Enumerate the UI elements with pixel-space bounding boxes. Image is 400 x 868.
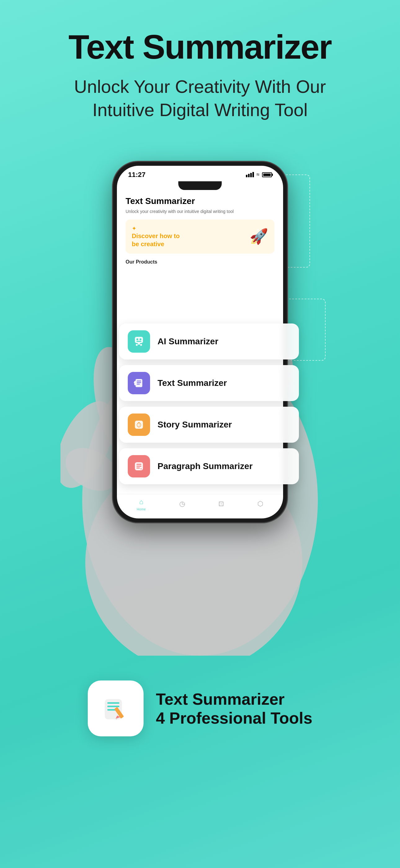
svg-rect-18 xyxy=(137,382,141,383)
app-icon-large xyxy=(88,681,143,736)
status-icons: ≈ xyxy=(246,172,272,178)
bottom-app-tagline: 4 Professional Tools xyxy=(156,709,312,727)
text-summarizer-icon xyxy=(128,372,150,394)
banner-text: Discover how tobe creative xyxy=(132,232,179,248)
nav-chat[interactable]: ⊡ xyxy=(218,500,224,509)
ai-summarizer-label: AI Summarizer xyxy=(158,337,218,346)
paragraph-summarizer-icon xyxy=(128,455,150,477)
svg-rect-19 xyxy=(137,384,140,385)
signal-icon xyxy=(246,172,254,177)
battery-icon xyxy=(262,172,272,177)
app-description: Unlock your creativity with our intuitiv… xyxy=(126,209,274,215)
banner-star: ✦ xyxy=(132,225,179,232)
settings-icon: ⬡ xyxy=(257,500,263,508)
svg-rect-16 xyxy=(135,379,142,387)
chat-icon: ⊡ xyxy=(218,500,224,508)
svg-rect-13 xyxy=(138,343,140,345)
header-section: Text Summarizer Unlock Your Creativity W… xyxy=(0,0,400,134)
svg-point-14 xyxy=(136,344,138,346)
product-card-story[interactable]: Story Summarizer xyxy=(119,407,299,443)
product-card-text[interactable]: Text Summarizer xyxy=(119,365,299,401)
svg-rect-9 xyxy=(135,337,143,343)
nav-settings[interactable]: ⬡ xyxy=(257,500,263,509)
svg-rect-24 xyxy=(136,464,141,465)
rocket-emoji: 🚀 xyxy=(249,228,268,245)
svg-rect-29 xyxy=(107,706,120,707)
nav-home-label: Home xyxy=(137,507,146,511)
ai-summarizer-icon xyxy=(128,330,150,353)
history-icon: ◷ xyxy=(179,500,185,508)
story-summarizer-icon xyxy=(128,413,150,436)
bottom-app-name: Text Summarizer xyxy=(156,689,312,709)
svg-point-11 xyxy=(139,338,141,340)
camera-notch xyxy=(178,181,222,190)
product-card-paragraph[interactable]: Paragraph Summarizer xyxy=(119,448,299,484)
status-bar: 11:27 ≈ xyxy=(117,166,283,181)
phone-wrapper: 11:27 ≈ Text Summarizer Unlock your crea… xyxy=(0,144,400,656)
svg-rect-17 xyxy=(137,381,141,381)
svg-rect-25 xyxy=(136,466,141,467)
svg-rect-26 xyxy=(136,468,140,468)
svg-rect-28 xyxy=(107,702,120,704)
bottom-navigation: ⌂ Home ◷ ⊡ ⬡ xyxy=(117,494,283,519)
page-title: Text Summarizer xyxy=(37,28,363,65)
product-cards-list: AI Summarizer Text Summarizer xyxy=(119,323,299,484)
bottom-text-block: Text Summarizer 4 Professional Tools xyxy=(156,689,312,727)
story-summarizer-label: Story Summarizer xyxy=(158,420,232,430)
page-subtitle: Unlock Your Creativity With Our Intuitiv… xyxy=(37,75,363,122)
bottom-section: Text Summarizer 4 Professional Tools xyxy=(0,662,400,761)
discover-banner[interactable]: ✦ Discover how tobe creative 🚀 xyxy=(126,219,274,254)
home-icon: ⌂ xyxy=(139,498,143,506)
svg-point-10 xyxy=(136,338,138,340)
text-summarizer-label: Text Summarizer xyxy=(158,378,227,388)
section-label: Our Products xyxy=(126,259,274,265)
app-title: Text Summarizer xyxy=(126,196,274,206)
svg-rect-12 xyxy=(136,341,141,342)
wifi-icon: ≈ xyxy=(257,172,260,178)
nav-home[interactable]: ⌂ Home xyxy=(137,498,146,511)
svg-point-15 xyxy=(140,344,142,346)
status-time: 11:27 xyxy=(128,171,145,179)
nav-history[interactable]: ◷ xyxy=(179,500,185,509)
paragraph-summarizer-label: Paragraph Summarizer xyxy=(158,461,253,471)
product-card-ai[interactable]: AI Summarizer xyxy=(119,323,299,360)
